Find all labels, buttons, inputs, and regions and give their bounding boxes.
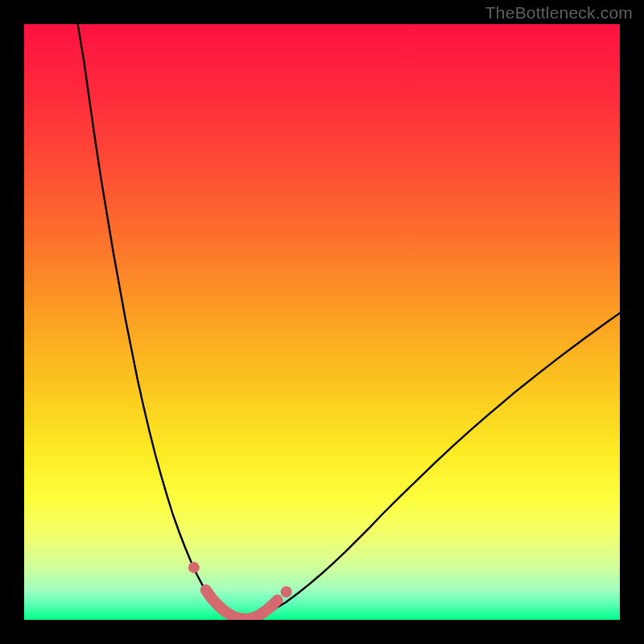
highlight-dot <box>281 586 292 597</box>
plot-background <box>24 24 620 620</box>
chart-stage: TheBottleneck.com <box>0 0 644 644</box>
watermark-text: TheBottleneck.com <box>485 3 633 23</box>
highlight-dot <box>188 562 200 573</box>
plot-area <box>24 24 620 620</box>
plot-svg <box>24 24 620 620</box>
